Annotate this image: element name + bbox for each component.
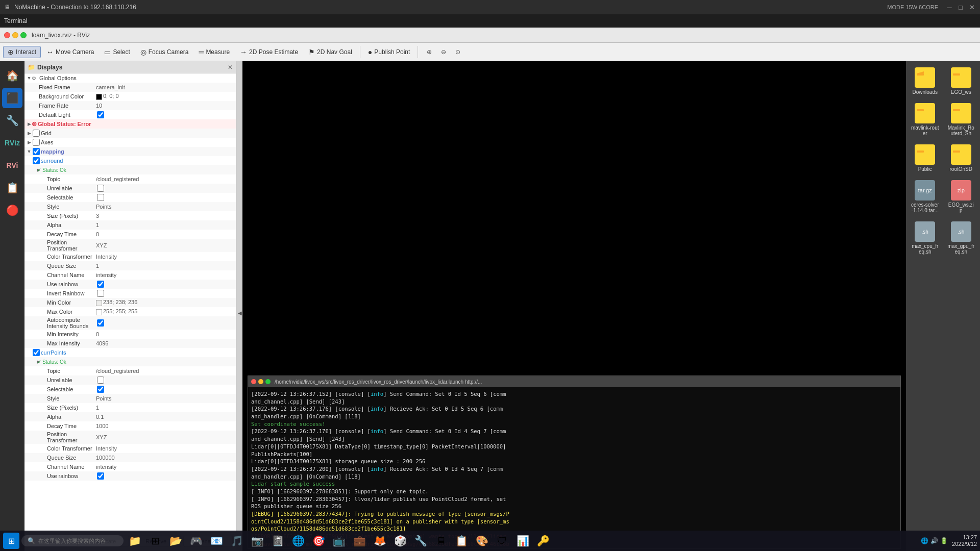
sidebar-icon-terminal[interactable]: ⬛: [2, 88, 22, 108]
file-item-egows[interactable]: EGO_ws: [945, 65, 977, 97]
surround-status-arrow[interactable]: ▶: [24, 167, 37, 172]
sidebar-icon-1[interactable]: 🏠: [2, 65, 22, 86]
tree-panel[interactable]: ▼ ⚙ Global Options Fixed Frame camera_in…: [24, 73, 236, 532]
taskbar-app-work[interactable]: 💼: [350, 532, 369, 550]
file-item-maxgpu[interactable]: .sh max_gpu_freq.sh: [945, 219, 977, 257]
taskbar-app-key[interactable]: 🔑: [534, 532, 552, 550]
maximize-window-button[interactable]: [20, 32, 27, 38]
s-autocomp-checkbox[interactable]: [97, 319, 104, 327]
move-camera-button[interactable]: ↔ Move Camera: [42, 46, 99, 58]
file-item-downloads[interactable]: Downloads: [909, 65, 941, 97]
taskbar-app-target[interactable]: 🎯: [309, 532, 328, 550]
surround-checkbox[interactable]: [33, 157, 40, 164]
s-rainbow-checkbox[interactable]: [97, 281, 104, 288]
currpoints-arrow[interactable]: ▼: [24, 350, 32, 355]
file-item-mavlink[interactable]: mavlink-router: [909, 101, 941, 138]
focus-camera-button[interactable]: ◎ Focus Camera: [136, 46, 193, 58]
sidebar-icon-3[interactable]: 🔧: [2, 110, 22, 131]
mapping-checkbox[interactable]: [33, 148, 40, 155]
taskbar-search-input[interactable]: [38, 538, 115, 544]
term-close-button[interactable]: [251, 379, 256, 384]
taskbar-app-grid[interactable]: ⊞: [146, 532, 164, 550]
cp-unreliable-checkbox[interactable]: [97, 377, 104, 384]
minimize-button[interactable]: ─: [945, 3, 953, 11]
taskbar-app-note[interactable]: 📓: [268, 532, 287, 550]
mapping-arrow[interactable]: ▼: [24, 149, 32, 154]
grid-row[interactable]: ▶ Grid: [24, 129, 236, 138]
sidebar-icon-rviz1[interactable]: RViz: [2, 133, 22, 153]
taskbar-app-folder2[interactable]: 📂: [166, 532, 185, 550]
cp-rainbow-checkbox[interactable]: [97, 472, 104, 480]
taskbar-app-firefox[interactable]: 🦊: [371, 532, 389, 550]
taskbar-app-tv[interactable]: 📺: [330, 532, 348, 550]
cp-status-arrow[interactable]: ▶: [24, 359, 37, 364]
mapping-row[interactable]: ▼ mapping: [24, 147, 236, 156]
interact-button[interactable]: ⊕ Interact: [3, 46, 41, 58]
panel-collapse-arrow[interactable]: ◀: [236, 61, 242, 551]
taskbar-app-media[interactable]: 🎵: [228, 532, 246, 550]
settings-button[interactable]: ⊙: [452, 46, 464, 58]
currpoints-checkbox[interactable]: [33, 349, 40, 356]
sidebar-icon-rviz2[interactable]: RVi: [2, 155, 22, 176]
2d-nav-button[interactable]: ⚑ 2D Nav Goal: [304, 46, 357, 58]
term-maximize-button[interactable]: [265, 379, 271, 384]
cp-selectable-checkbox[interactable]: [97, 386, 104, 393]
grid-checkbox[interactable]: [33, 130, 40, 137]
displays-close-icon[interactable]: ✕: [228, 64, 233, 71]
axes-arrow[interactable]: ▶: [24, 140, 32, 145]
file-item-public[interactable]: Public: [909, 142, 941, 174]
measure-button[interactable]: ═ Measure: [194, 46, 234, 58]
terminal-body[interactable]: [2022-09-12 13:26:37.152] [console] [inf…: [248, 387, 900, 548]
taskbar-app-files[interactable]: 📁: [126, 532, 144, 550]
global-options-arrow[interactable]: ▼: [24, 76, 32, 81]
taskbar-app-chart[interactable]: 📊: [513, 532, 532, 550]
select-button[interactable]: ▭ Select: [100, 46, 134, 58]
taskbar-app-wrench[interactable]: 🔧: [411, 532, 430, 550]
file-item-ceres[interactable]: tar.gz ceres-solver-1.14.0.tar...: [909, 178, 941, 215]
s-alpha-label: Alpha: [24, 222, 96, 228]
axes-row[interactable]: ▶ Axes: [24, 138, 236, 147]
global-options-row[interactable]: ▼ ⚙ Global Options: [24, 73, 236, 83]
zoom-in-button[interactable]: ⊕: [423, 46, 435, 58]
sidebar-icon-cmd[interactable]: 📋: [2, 178, 22, 198]
s-selectable-checkbox[interactable]: [97, 194, 104, 201]
sidebar-icon-red[interactable]: 🔴: [2, 200, 22, 220]
surround-arrow[interactable]: ▼: [24, 158, 32, 163]
2d-pose-button[interactable]: → 2D Pose Estimate: [235, 46, 303, 58]
s-style-label: Style: [24, 204, 96, 210]
file-item-maxcpu[interactable]: .sh max_cpu_freq.sh: [909, 219, 941, 257]
term-minimize-button[interactable]: [258, 379, 263, 384]
s-unreliable-checkbox[interactable]: [97, 185, 104, 192]
taskbar-app-palette[interactable]: 🎨: [473, 532, 491, 550]
close-button[interactable]: ✕: [968, 3, 976, 11]
taskbar-app-dice[interactable]: 🎲: [391, 532, 409, 550]
default-light-checkbox[interactable]: [97, 111, 104, 118]
zoom-out-button[interactable]: ⊖: [437, 46, 450, 58]
minimize-window-button[interactable]: [12, 32, 18, 38]
taskbar-app-mail[interactable]: 📧: [207, 532, 226, 550]
select-label: Select: [113, 48, 130, 56]
file-item-egowszip[interactable]: zip EGO_ws.zip: [945, 178, 977, 215]
s-maxcolor-label: Max Color: [24, 309, 96, 315]
taskbar-app-camera[interactable]: 📷: [248, 532, 266, 550]
file-item-rootonsd[interactable]: rootOnSD: [945, 142, 977, 174]
currpoints-row[interactable]: ▼ currPoints: [24, 348, 236, 357]
taskbar-search-box[interactable]: 🔍: [21, 535, 124, 546]
close-window-button[interactable]: [4, 32, 10, 38]
focus-camera-label: Focus Camera: [149, 48, 189, 56]
taskbar-app-browser[interactable]: 🌐: [289, 532, 307, 550]
taskbar-app-game[interactable]: 🎮: [187, 532, 205, 550]
grid-arrow[interactable]: ▶: [24, 131, 32, 136]
s-unreliable-label: Unreliable: [24, 185, 96, 191]
taskbar-app-shield[interactable]: 🛡: [493, 532, 511, 550]
file-item-mavlinksh[interactable]: Mavlink_Routerd_Sh: [945, 101, 977, 138]
publish-point-button[interactable]: ● Publish Point: [363, 46, 415, 58]
global-status-arrow[interactable]: ▶: [24, 121, 32, 127]
taskbar-app-monitor[interactable]: 🖥: [432, 532, 450, 550]
axes-checkbox[interactable]: [33, 139, 40, 146]
surround-row[interactable]: ▼ surround: [24, 156, 236, 165]
start-button[interactable]: ⊞: [3, 533, 19, 549]
taskbar-app-clipboard[interactable]: 📋: [452, 532, 471, 550]
maximize-button[interactable]: □: [957, 3, 965, 11]
s-invrainbow-checkbox[interactable]: [97, 290, 104, 297]
